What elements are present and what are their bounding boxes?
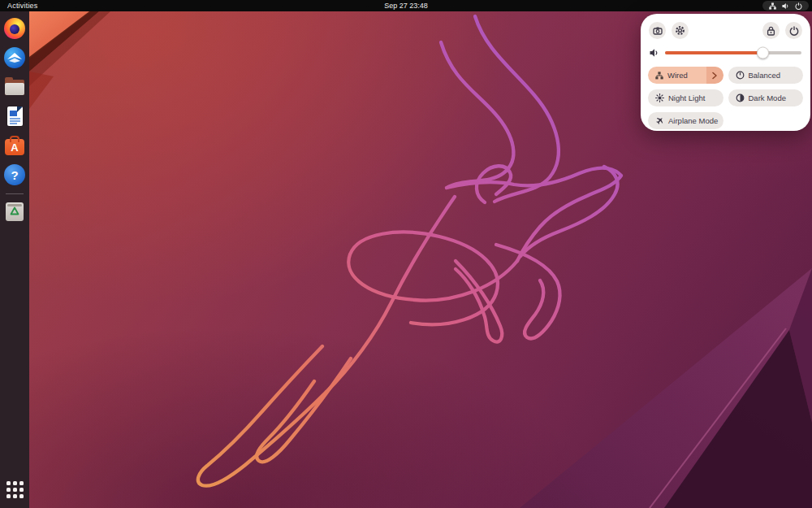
- clock[interactable]: Sep 27 23:48: [0, 2, 812, 10]
- gear-icon: [675, 25, 685, 36]
- power-icon: [789, 26, 799, 36]
- toggle-label: Wired: [667, 71, 688, 80]
- chevron-right-icon: [712, 72, 717, 80]
- quick-settings-panel: Wired Balanced: [641, 14, 810, 131]
- power-button[interactable]: [785, 22, 802, 39]
- screenshot-button[interactable]: [649, 22, 666, 39]
- lock-icon: [767, 26, 775, 36]
- network-wired-icon: [769, 2, 776, 10]
- dock-item-firefox[interactable]: [2, 16, 27, 41]
- network-wired-icon: [655, 72, 663, 80]
- files-icon: [5, 80, 24, 95]
- toggle-label: Dark Mode: [749, 93, 786, 102]
- screenshot-icon: [653, 26, 663, 36]
- facet-bottom-right: [520, 268, 812, 508]
- trash-icon: [6, 202, 24, 221]
- thunderbird-icon: [4, 47, 25, 68]
- volume-slider-fill: [665, 51, 762, 54]
- facet-top-left: [29, 11, 110, 109]
- wired-expand-arrow[interactable]: [706, 67, 723, 84]
- toggle-wired[interactable]: Wired: [648, 67, 723, 84]
- dock-item-thunderbird[interactable]: [2, 46, 27, 70]
- toggle-airplane-mode[interactable]: Airplane Mode: [648, 112, 723, 129]
- dock-item-help[interactable]: ?: [2, 163, 27, 187]
- quick-settings-toolbar: [649, 22, 802, 39]
- toggle-dark-mode[interactable]: Dark Mode: [728, 89, 804, 106]
- dark-mode-icon: [736, 93, 745, 102]
- night-light-icon: [655, 93, 664, 102]
- power-icon: [795, 2, 802, 10]
- volume-icon: [782, 2, 789, 10]
- libreoffice-writer-icon: [7, 106, 23, 126]
- speaker-icon: [650, 48, 659, 58]
- toggle-night-light[interactable]: Night Light: [648, 89, 723, 106]
- help-icon: ?: [4, 164, 25, 185]
- settings-button[interactable]: [672, 22, 689, 39]
- power-profile-icon: [736, 71, 745, 80]
- antelope-line-art: [198, 16, 621, 486]
- firefox-icon: [4, 18, 25, 39]
- dock-item-files[interactable]: [2, 75, 27, 99]
- top-bar: Activities Sep 27 23:48: [0, 0, 812, 11]
- toggle-label: Night Light: [668, 93, 705, 102]
- app-center-icon: A: [5, 139, 24, 155]
- volume-slider-row: [650, 48, 801, 58]
- dock: A ?: [0, 11, 29, 508]
- quick-toggles: Wired Balanced: [648, 67, 803, 129]
- dock-item-app-center[interactable]: A: [2, 133, 27, 158]
- app-grid-icon: [6, 481, 24, 498]
- system-tray[interactable]: [762, 1, 809, 11]
- dock-item-libreoffice-writer[interactable]: [2, 104, 27, 128]
- dock-separator: [6, 193, 24, 194]
- airplane-icon: [655, 116, 664, 125]
- volume-slider-knob[interactable]: [757, 47, 769, 59]
- toggle-label: Balanced: [749, 71, 781, 80]
- volume-slider[interactable]: [665, 51, 801, 54]
- toggle-power-profile[interactable]: Balanced: [728, 67, 804, 84]
- lock-screen-button[interactable]: [762, 22, 780, 39]
- toggle-label: Airplane Mode: [668, 116, 718, 125]
- dock-item-trash[interactable]: [2, 198, 27, 223]
- show-apps-button[interactable]: [2, 477, 27, 501]
